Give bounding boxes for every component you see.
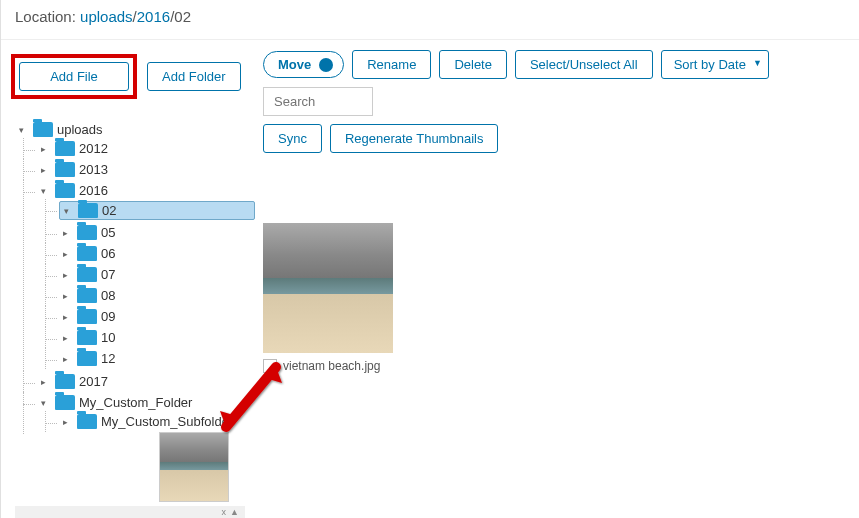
tree-node-02[interactable]: ▾02	[59, 201, 255, 220]
scroll-x-label: x	[222, 507, 227, 517]
sort-label: Sort by Date	[674, 57, 746, 72]
folder-icon	[77, 288, 97, 303]
search-input[interactable]	[263, 87, 373, 116]
tree-node-2016[interactable]: ▾2016	[37, 182, 255, 199]
breadcrumb-uploads[interactable]: uploads	[80, 8, 133, 25]
delete-button[interactable]: Delete	[439, 50, 507, 79]
toggle-icon[interactable]: ▸	[63, 354, 73, 364]
toggle-icon[interactable]: ▾	[41, 398, 51, 408]
file-name: vietnam beach.jpg	[283, 359, 380, 373]
file-item[interactable]: vietnam beach.jpg	[263, 223, 393, 373]
chevron-up-icon: ▲	[230, 507, 239, 517]
tree-label: 2013	[79, 162, 108, 177]
tree-node-05[interactable]: ▸05	[59, 224, 255, 241]
tree-node-06[interactable]: ▸06	[59, 245, 255, 262]
toggle-icon[interactable]: ▸	[63, 270, 73, 280]
toggle-icon[interactable]: ▸	[63, 417, 73, 427]
move-label: Move	[278, 57, 311, 72]
folder-icon	[77, 267, 97, 282]
tree-label: 2012	[79, 141, 108, 156]
folder-icon	[33, 122, 53, 137]
folder-tree: ▾ uploads ▸2012 ▸2013 ▾2016 ▾02 ▸05 ▸06	[15, 119, 255, 436]
tree-node-2012[interactable]: ▸2012	[37, 140, 255, 157]
tree-node-10[interactable]: ▸10	[59, 329, 255, 346]
tree-label: 09	[101, 309, 115, 324]
add-file-highlight: Add File	[11, 54, 137, 99]
tree-label: 06	[101, 246, 115, 261]
folder-icon	[77, 414, 97, 429]
tree-label: uploads	[57, 122, 103, 137]
add-folder-button[interactable]: Add Folder	[147, 62, 241, 91]
content-area: Move Rename Delete Select/Unselect All S…	[255, 50, 859, 436]
file-grid: vietnam beach.jpg	[263, 223, 859, 373]
toolbar: Move Rename Delete Select/Unselect All S…	[263, 50, 859, 116]
add-file-button[interactable]: Add File	[19, 62, 129, 91]
tree-label: 08	[101, 288, 115, 303]
file-thumbnail[interactable]	[263, 223, 393, 353]
toggle-icon[interactable]: ▸	[41, 165, 51, 175]
toggle-icon[interactable]: ▸	[63, 228, 73, 238]
toggle-icon[interactable]: ▸	[63, 312, 73, 322]
folder-icon	[78, 203, 98, 218]
tree-node-custom-sub[interactable]: ▸My_Custom_Subfolder	[59, 413, 255, 430]
folder-icon	[77, 330, 97, 345]
toggle-icon[interactable]: ▾	[19, 125, 29, 135]
tree-node-2013[interactable]: ▸2013	[37, 161, 255, 178]
move-button[interactable]: Move	[263, 51, 344, 78]
horizontal-scrollbar[interactable]: x ▲	[15, 506, 245, 518]
location-label: Location:	[15, 8, 76, 25]
folder-icon	[77, 225, 97, 240]
breadcrumb-02: 02	[174, 8, 191, 25]
select-all-button[interactable]: Select/Unselect All	[515, 50, 653, 79]
tree-node-2017[interactable]: ▸2017	[37, 373, 255, 390]
sort-dropdown[interactable]: Sort by Date	[661, 50, 769, 79]
tree-label: 2017	[79, 374, 108, 389]
file-checkbox[interactable]	[263, 359, 277, 373]
tree-node-07[interactable]: ▸07	[59, 266, 255, 283]
toggle-icon[interactable]: ▸	[41, 144, 51, 154]
folder-icon	[77, 351, 97, 366]
toggle-icon[interactable]: ▸	[63, 249, 73, 259]
folder-icon	[55, 162, 75, 177]
tree-label: 02	[102, 203, 116, 218]
sidebar: Add File Add Folder ▾ uploads ▸2012 ▸201…	[15, 54, 255, 436]
tree-label: My_Custom_Folder	[79, 395, 192, 410]
tree-label: My_Custom_Subfolder	[101, 414, 233, 429]
folder-icon	[55, 141, 75, 156]
drag-preview-thumbnail	[159, 432, 229, 502]
toggle-icon[interactable]: ▾	[64, 206, 74, 216]
folder-icon	[55, 183, 75, 198]
tree-node-09[interactable]: ▸09	[59, 308, 255, 325]
tree-label: 12	[101, 351, 115, 366]
toggle-icon[interactable]: ▸	[41, 377, 51, 387]
tree-node-08[interactable]: ▸08	[59, 287, 255, 304]
toggle-icon[interactable]: ▾	[41, 186, 51, 196]
folder-icon	[55, 395, 75, 410]
location-bar: Location: uploads/2016/02	[1, 0, 859, 40]
toggle-icon	[319, 58, 333, 72]
tree-label: 10	[101, 330, 115, 345]
rename-button[interactable]: Rename	[352, 50, 431, 79]
tree-label: 2016	[79, 183, 108, 198]
tree-label: 05	[101, 225, 115, 240]
tree-node-uploads[interactable]: ▾ uploads	[15, 121, 255, 138]
folder-icon	[77, 309, 97, 324]
toggle-icon[interactable]: ▸	[63, 291, 73, 301]
toggle-icon[interactable]: ▸	[63, 333, 73, 343]
regenerate-button[interactable]: Regenerate Thumbnails	[330, 124, 499, 153]
folder-icon	[77, 246, 97, 261]
tree-node-12[interactable]: ▸12	[59, 350, 255, 367]
sync-button[interactable]: Sync	[263, 124, 322, 153]
tree-node-custom[interactable]: ▾My_Custom_Folder	[37, 394, 255, 411]
tree-label: 07	[101, 267, 115, 282]
breadcrumb-2016[interactable]: 2016	[137, 8, 170, 25]
folder-icon	[55, 374, 75, 389]
